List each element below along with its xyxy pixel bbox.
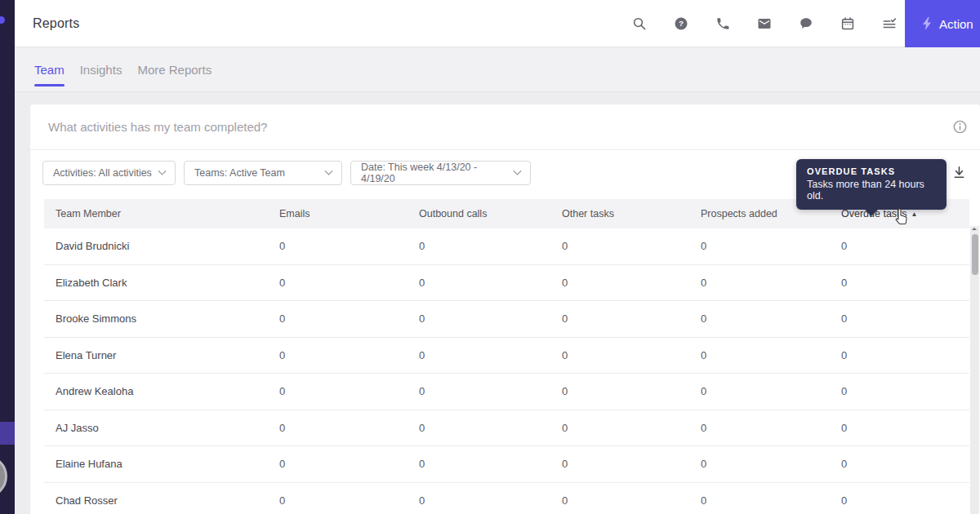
table-row: Elaine Hufana00000 bbox=[44, 446, 969, 483]
metric-value: 0 bbox=[279, 277, 419, 289]
table-scrollbar[interactable] bbox=[970, 226, 979, 514]
action-button-label: Action bbox=[939, 17, 973, 31]
column-header-team-member[interactable]: Team Member bbox=[44, 208, 279, 219]
app-logo-dot bbox=[0, 16, 5, 24]
metric-value: 0 bbox=[841, 458, 969, 470]
metric-value: 0 bbox=[279, 422, 419, 434]
metric-value: 0 bbox=[701, 277, 841, 289]
table-row: Brooke Simmons00000 bbox=[44, 301, 969, 338]
column-header-prospects-added[interactable]: Prospects added bbox=[701, 208, 841, 219]
table-row: Elena Turner00000 bbox=[44, 338, 969, 374]
page-title: Reports bbox=[33, 16, 79, 31]
metric-value: 0 bbox=[701, 349, 841, 361]
info-icon[interactable] bbox=[952, 119, 969, 135]
help-icon[interactable]: ? bbox=[673, 16, 689, 32]
metric-value: 0 bbox=[701, 422, 841, 434]
chevron-down-icon bbox=[158, 166, 167, 175]
metric-value: 0 bbox=[562, 385, 701, 397]
metric-value: 0 bbox=[562, 494, 701, 507]
metric-value: 0 bbox=[419, 240, 562, 252]
column-header-overdue-tasks[interactable]: Overdue tasks▲ bbox=[841, 208, 969, 219]
metric-value: 0 bbox=[562, 312, 701, 325]
tooltip-arrow bbox=[865, 210, 878, 216]
column-header-other-tasks[interactable]: Other tasks bbox=[562, 208, 701, 219]
chat-icon[interactable] bbox=[798, 16, 814, 32]
user-avatar[interactable] bbox=[0, 455, 7, 498]
table-row: AJ Jasso00000 bbox=[44, 410, 969, 447]
metric-value: 0 bbox=[841, 422, 969, 434]
report-card-header: What activities has my team completed? bbox=[30, 104, 980, 150]
calendar-icon[interactable] bbox=[840, 16, 856, 32]
team-member-name: David Brudnicki bbox=[44, 240, 279, 252]
teams-filter-dropdown[interactable]: Teams: Active Team bbox=[184, 161, 342, 185]
team-member-name: Andrew Kealoha bbox=[44, 385, 279, 397]
lightning-icon bbox=[922, 17, 932, 30]
report-tabs: Team Insights More Reports bbox=[15, 47, 980, 92]
metric-value: 0 bbox=[562, 422, 701, 434]
column-header-emails[interactable]: Emails bbox=[279, 208, 419, 219]
metric-value: 0 bbox=[279, 458, 419, 470]
sidebar-active-highlight bbox=[0, 422, 15, 445]
metric-value: 0 bbox=[841, 312, 969, 325]
tooltip-body: Tasks more than 24 hours old. bbox=[807, 179, 936, 202]
metric-value: 0 bbox=[279, 312, 419, 325]
metric-value: 0 bbox=[841, 349, 969, 361]
table-row: Elizabeth Clark00000 bbox=[44, 265, 969, 302]
metric-value: 0 bbox=[701, 494, 841, 507]
phone-icon[interactable] bbox=[715, 16, 731, 32]
main-content: Reports ? bbox=[15, 0, 980, 514]
activities-filter-dropdown[interactable]: Activities: All activities bbox=[42, 161, 176, 185]
metric-value: 0 bbox=[701, 240, 841, 252]
team-member-name: Elizabeth Clark bbox=[44, 277, 279, 289]
metric-value: 0 bbox=[562, 277, 701, 289]
scrollbar-thumb[interactable] bbox=[972, 234, 978, 275]
metric-value: 0 bbox=[841, 277, 969, 289]
team-member-name: Elena Turner bbox=[44, 349, 279, 361]
download-icon[interactable] bbox=[951, 165, 968, 181]
team-member-name: Elaine Hufana bbox=[44, 458, 279, 470]
sort-ascending-icon: ▲ bbox=[911, 210, 918, 218]
metric-value: 0 bbox=[419, 312, 562, 325]
action-button[interactable]: Action bbox=[905, 0, 980, 47]
metric-value: 0 bbox=[419, 385, 562, 397]
metric-value: 0 bbox=[841, 240, 969, 252]
metric-value: 0 bbox=[701, 385, 841, 397]
metric-value: 0 bbox=[279, 494, 419, 507]
tab-more-reports[interactable]: More Reports bbox=[137, 47, 212, 91]
search-icon[interactable] bbox=[631, 16, 648, 32]
metric-value: 0 bbox=[419, 422, 562, 434]
metric-value: 0 bbox=[419, 349, 562, 361]
team-member-name: Chad Rosser bbox=[44, 494, 279, 507]
date-filter-dropdown[interactable]: Date: This week 4/13/20 - 4/19/20 bbox=[350, 161, 531, 185]
scroll-up-arrow[interactable] bbox=[972, 228, 977, 230]
metric-value: 0 bbox=[841, 385, 969, 397]
active-tab-underline bbox=[34, 84, 65, 86]
chevron-down-icon bbox=[514, 166, 522, 175]
table-row: Chad Rosser00000 bbox=[44, 483, 969, 514]
team-table-body: David Brudnicki00000Elizabeth Clark00000… bbox=[44, 228, 969, 514]
column-header-outbound-calls[interactable]: Outbound calls bbox=[419, 208, 562, 219]
mail-icon[interactable] bbox=[756, 16, 773, 32]
metric-value: 0 bbox=[562, 458, 701, 470]
topbar-icon-group: ? bbox=[631, 0, 898, 47]
svg-text:?: ? bbox=[679, 19, 684, 28]
metric-value: 0 bbox=[701, 312, 841, 325]
report-question: What activities has my team completed? bbox=[48, 120, 267, 134]
tab-team[interactable]: Team bbox=[34, 47, 65, 91]
team-activity-table: Team MemberEmailsOutbound callsOther tas… bbox=[44, 199, 969, 514]
metric-value: 0 bbox=[419, 277, 562, 289]
team-member-name: Brooke Simmons bbox=[44, 312, 279, 325]
table-row: Andrew Kealoha00000 bbox=[44, 374, 969, 410]
table-row: David Brudnicki00000 bbox=[44, 228, 969, 265]
metric-value: 0 bbox=[701, 458, 841, 470]
metric-value: 0 bbox=[279, 240, 419, 252]
team-member-name: AJ Jasso bbox=[44, 422, 279, 434]
metric-value: 0 bbox=[841, 494, 969, 507]
tab-insights[interactable]: Insights bbox=[80, 47, 122, 91]
metric-value: 0 bbox=[279, 349, 419, 361]
task-list-icon[interactable] bbox=[881, 16, 898, 32]
tooltip-title: OVERDUE TASKS bbox=[807, 166, 936, 176]
metric-value: 0 bbox=[562, 349, 701, 361]
top-bar: Reports ? bbox=[15, 0, 980, 47]
collapsed-sidebar[interactable] bbox=[0, 0, 15, 514]
